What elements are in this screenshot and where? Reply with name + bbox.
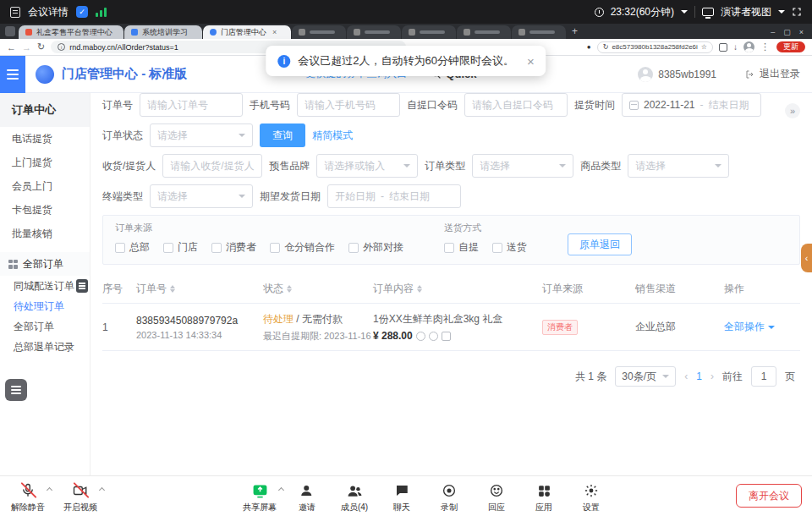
- pickup-date-range-input[interactable]: 2022-11-21 - 结束日期: [622, 93, 761, 117]
- tab-close-icon[interactable]: ×: [272, 28, 277, 36]
- browser-update-button[interactable]: 更新: [776, 41, 805, 52]
- forward-icon[interactable]: →: [22, 42, 31, 52]
- original-order-return-button[interactable]: 原单退回: [568, 233, 632, 255]
- browser-tab-active[interactable]: 门店管理中心 ×: [203, 25, 291, 39]
- all-actions-dropdown[interactable]: 全部操作: [724, 320, 800, 334]
- sidebar-item-door-pickup[interactable]: 上门提货: [0, 151, 90, 174]
- tab-search-icon[interactable]: [5, 26, 15, 36]
- chevron-up-icon[interactable]: [278, 487, 284, 493]
- sidebar-item-pending-orders[interactable]: 待处理订单: [0, 296, 90, 316]
- next-page-icon[interactable]: ›: [710, 371, 714, 382]
- toast-close-icon[interactable]: ×: [527, 54, 535, 69]
- sidebar-item-batch-verify[interactable]: 批量核销: [0, 222, 90, 245]
- query-button[interactable]: 查询: [260, 124, 305, 147]
- checkbox-option-hq[interactable]: 总部: [115, 240, 150, 255]
- members-button[interactable]: 成员(4): [332, 481, 377, 513]
- expand-side-panel-handle[interactable]: ‹: [801, 244, 812, 272]
- sidebar-item-member-visit[interactable]: 会员上门: [0, 174, 90, 198]
- chevron-down-icon[interactable]: [681, 10, 688, 14]
- reaction-button[interactable]: 回应: [474, 481, 519, 513]
- user-avatar-icon[interactable]: [638, 67, 653, 82]
- checkbox-option-warehouse-coop[interactable]: 仓分销合作: [270, 240, 335, 255]
- checkbox-option-self-pickup[interactable]: 自提: [444, 240, 479, 255]
- goods-type-select[interactable]: 请选择: [628, 154, 729, 178]
- order-number[interactable]: 83859345088979792a: [136, 315, 263, 327]
- browser-tab[interactable]: [457, 25, 511, 39]
- view-mode-label[interactable]: 演讲者视图: [721, 5, 771, 19]
- ship-date-range-input[interactable]: 开始日期 - 结束日期: [327, 184, 461, 208]
- invite-button[interactable]: 邀请: [284, 481, 330, 513]
- collapse-panel-icon[interactable]: »: [785, 103, 800, 118]
- record-button[interactable]: 录制: [426, 481, 472, 513]
- browser-tab[interactable]: [292, 25, 346, 39]
- chevron-up-icon[interactable]: [99, 487, 105, 493]
- close-icon[interactable]: ×: [799, 28, 804, 36]
- order-status-select[interactable]: 请选择: [150, 124, 253, 147]
- meeting-timer[interactable]: 23:32(60分钟): [611, 5, 674, 19]
- shield-check-icon[interactable]: ✓: [76, 6, 88, 18]
- apps-button[interactable]: 应用: [521, 481, 567, 513]
- meeting-details-label[interactable]: 会议详情: [28, 5, 69, 19]
- browser-tab[interactable]: [402, 25, 456, 39]
- col-content[interactable]: 订单内容: [373, 282, 542, 296]
- network-signal-icon[interactable]: [96, 7, 107, 17]
- fullscreen-icon[interactable]: [792, 7, 802, 17]
- sidebar-item-card-pickup[interactable]: 卡包提货: [0, 198, 90, 222]
- receiver-input[interactable]: 请输入收货/提货人: [162, 154, 262, 178]
- logout-button[interactable]: 退出登录: [745, 67, 800, 81]
- page-number[interactable]: 1: [696, 371, 702, 382]
- col-status[interactable]: 状态: [263, 282, 373, 296]
- sidebar-group-all-orders[interactable]: 全部订单: [0, 252, 90, 276]
- sidebar-item-hq-refund-records[interactable]: 总部退单记录: [0, 337, 90, 357]
- minimize-icon[interactable]: –: [771, 28, 775, 36]
- checkbox-option-external[interactable]: 外部对接: [348, 240, 403, 255]
- col-order-no[interactable]: 订单号: [136, 282, 263, 296]
- sidebar-item-all-orders[interactable]: 全部订单: [0, 316, 90, 337]
- drag-handle-widget[interactable]: [76, 279, 88, 293]
- chevron-down-icon[interactable]: [778, 10, 785, 14]
- site-info-icon[interactable]: i: [58, 43, 65, 51]
- browser-tab[interactable]: 礼盒零售平台管理中心: [19, 25, 123, 39]
- unmute-button[interactable]: 解除静音: [5, 481, 51, 513]
- menu-kebab-icon[interactable]: ⋮: [760, 41, 771, 52]
- secondary-address[interactable]: ↻ e8c573980b1328a258fd2e6i ☆: [597, 41, 713, 53]
- maximize-icon[interactable]: ▢: [783, 28, 791, 36]
- chevron-up-icon[interactable]: [47, 487, 52, 493]
- browser-profile-avatar[interactable]: [743, 41, 754, 52]
- settings-button[interactable]: 设置: [568, 481, 614, 513]
- leave-meeting-button[interactable]: 离开会议: [736, 484, 802, 508]
- browser-tab[interactable]: 系统培训学习: [124, 25, 202, 39]
- floating-list-widget[interactable]: [5, 379, 27, 401]
- simple-mode-link[interactable]: 精简模式: [312, 129, 353, 143]
- order-no-input[interactable]: 请输入订单号: [140, 93, 243, 117]
- phone-input[interactable]: 请输入手机号码: [297, 93, 400, 117]
- browser-tab[interactable]: [512, 25, 566, 39]
- checkbox-option-delivery[interactable]: 送货: [492, 240, 527, 255]
- page-size-select[interactable]: 30条/页: [615, 366, 676, 387]
- meeting-toolbar: 解除静音 开启视频 共享屏幕: [0, 475, 812, 516]
- start-video-button[interactable]: 开启视频: [58, 481, 103, 513]
- terminal-type-select[interactable]: 请选择: [150, 184, 253, 208]
- sort-icon[interactable]: [417, 285, 422, 293]
- col-source: 订单来源: [542, 282, 635, 296]
- prev-page-icon[interactable]: ‹: [684, 371, 688, 382]
- back-icon[interactable]: ←: [7, 42, 16, 52]
- presale-brand-select[interactable]: 请选择或输入: [316, 154, 418, 178]
- bookmark-star-icon[interactable]: ☆: [701, 43, 707, 51]
- new-tab-icon[interactable]: +: [572, 25, 578, 37]
- order-type-select[interactable]: 请选择: [472, 154, 573, 178]
- sort-icon[interactable]: [287, 285, 292, 293]
- sort-icon[interactable]: [170, 285, 175, 293]
- pickup-code-input[interactable]: 请输入自提口令码: [464, 93, 568, 117]
- chat-button[interactable]: 聊天: [379, 481, 425, 513]
- browser-tab[interactable]: [347, 25, 401, 39]
- extensions-icon[interactable]: [719, 43, 727, 52]
- goto-page-input[interactable]: [751, 366, 776, 387]
- hamburger-menu-button[interactable]: [0, 56, 25, 93]
- share-screen-button[interactable]: 共享屏幕: [237, 481, 283, 513]
- checkbox-option-consumer[interactable]: 消费者: [211, 240, 256, 255]
- checkbox-option-store[interactable]: 门店: [163, 240, 198, 255]
- sidebar-item-phone-pickup[interactable]: 电话提货: [0, 127, 90, 151]
- reload-icon[interactable]: ↻: [37, 41, 45, 52]
- downloads-icon[interactable]: ↓: [733, 42, 738, 52]
